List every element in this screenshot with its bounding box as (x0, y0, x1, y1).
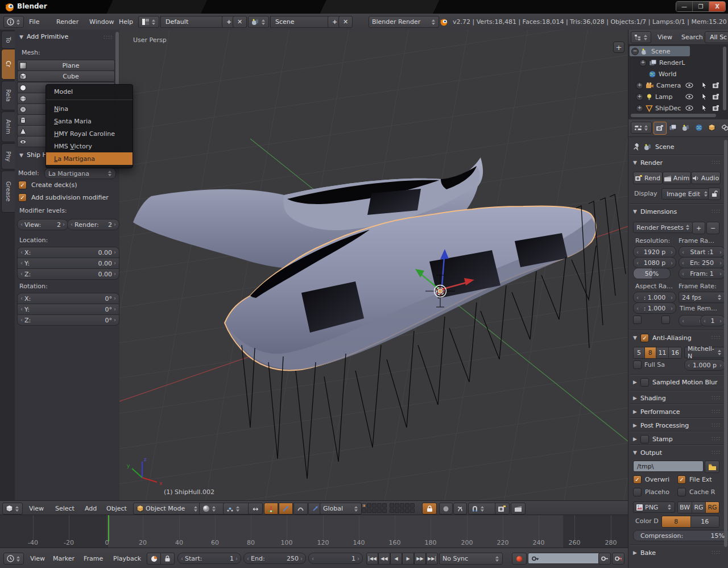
editor-type-info-button[interactable] (3, 16, 24, 28)
rgba-button[interactable]: RG (705, 502, 719, 513)
outliner-row-scene[interactable]: − Scene (628, 45, 728, 57)
menu-file[interactable]: File (25, 16, 43, 27)
add-preset-button[interactable]: + (692, 222, 705, 234)
visibility-eye-icon[interactable] (685, 93, 693, 100)
editor-type-outliner-button[interactable] (631, 31, 651, 43)
create-decks-checkbox[interactable]: ✓ (18, 181, 27, 189)
visibility-eye-icon[interactable] (685, 82, 693, 89)
current-frame-stepper[interactable]: ‹ 1 › (308, 553, 363, 564)
rotation-y-field[interactable]: ‹ Y: 0° › (17, 304, 119, 315)
rgb-button[interactable]: RG (692, 502, 705, 513)
tab-render-layers[interactable] (667, 122, 679, 134)
render-engine-selector[interactable]: Blender Render (369, 16, 439, 28)
current-frame-playhead[interactable] (108, 515, 109, 541)
panel-drag-dots-icon[interactable]: :::: (712, 395, 721, 400)
editor-type-properties-button[interactable] (631, 122, 652, 134)
viewport-shading-dropdown[interactable] (199, 503, 226, 515)
rotation-x-field[interactable]: ‹ X: 0° › (17, 293, 119, 304)
screen-layout-name-field[interactable]: Default (160, 16, 230, 28)
preview-range-button[interactable] (147, 553, 161, 565)
resolution-y-stepper[interactable]: ‹1080 p› (633, 257, 676, 268)
play-reverse-button[interactable]: ◀ (390, 553, 402, 565)
restore-button[interactable]: ❐ (692, 2, 709, 11)
outliner-hscrollbar[interactable] (631, 114, 716, 117)
pin-icon[interactable] (633, 143, 640, 151)
expand-icon[interactable]: + (636, 93, 643, 101)
placeholders-checkbox[interactable] (633, 488, 642, 496)
expand-icon[interactable]: + (639, 59, 647, 67)
renderability-camera-icon[interactable] (712, 93, 720, 100)
delete-keyframe-button[interactable] (612, 553, 624, 565)
expand-icon[interactable]: + (636, 105, 643, 112)
display-mode-dropdown[interactable]: Image Edit (661, 188, 712, 200)
panel-drag-dots-icon[interactable]: :::: (712, 334, 721, 340)
view3d-menu-select[interactable]: Select (51, 503, 78, 514)
outliner-row-world[interactable]: World (628, 68, 728, 80)
rotation-z-field[interactable]: ‹ Z: 0° › (17, 314, 119, 326)
renderability-camera-icon[interactable] (712, 105, 720, 111)
selectability-cursor-icon[interactable] (700, 93, 708, 99)
output-panel-header[interactable]: ▼ Output (633, 447, 724, 458)
transform-orientation-dropdown[interactable]: Global (320, 503, 362, 515)
render-audio-button[interactable]: Audio (691, 172, 721, 184)
manipulator-toggle-button[interactable]: ↔ (248, 503, 263, 515)
visibility-eye-icon[interactable] (685, 105, 693, 111)
pixel-filter-size-stepper[interactable]: ‹1.000 p› (684, 359, 725, 371)
panel-drag-dots-icon[interactable]: :::: (712, 422, 721, 428)
timeline-menu-frame[interactable]: Frame (80, 553, 107, 564)
stamp-checkbox[interactable] (640, 435, 649, 443)
render-level-stepper[interactable]: ‹ Render: 2 › (67, 219, 119, 230)
scene-name-field[interactable]: Scene (270, 16, 335, 28)
editor-type-timeline-button[interactable] (3, 553, 24, 565)
shelf-tab-animation[interactable]: Anim (1, 111, 15, 142)
menu-item-hms-victory[interactable]: HMS Victory (46, 140, 133, 152)
menu-help[interactable]: Help (115, 16, 137, 27)
outliner-vscrollbar[interactable] (723, 47, 726, 110)
timeline-menu-marker[interactable]: Marker (49, 553, 78, 564)
display-lock-button[interactable] (708, 188, 721, 200)
motion-blur-checkbox[interactable] (640, 378, 649, 387)
cache-result-checkbox[interactable] (677, 488, 686, 496)
menu-item-nina[interactable]: Nina (46, 102, 133, 115)
stamp-panel-header[interactable]: ▶ Stamp (633, 433, 724, 445)
add-plane-button[interactable]: Plane (17, 60, 115, 71)
tab-object[interactable] (706, 122, 718, 134)
expand-region-button[interactable]: + (613, 42, 624, 53)
post-processing-panel-header[interactable]: ▶ Post Processing (633, 420, 724, 431)
jump-to-end-button[interactable]: ▶▶| (426, 553, 438, 565)
next-keyframe-button[interactable]: ▶▶ (414, 553, 426, 565)
menu-render[interactable]: Render (52, 16, 82, 27)
location-z-field[interactable]: ‹ Z: 0.00 › (17, 268, 119, 280)
antialiasing-panel-header[interactable]: ▼ ✓ Anti-Aliasing (633, 332, 724, 343)
shelf-tab-grease[interactable]: Grease (1, 171, 15, 213)
sync-mode-dropdown[interactable]: No Sync (439, 553, 503, 565)
aa-samples-segmented[interactable]: 5 8 11 16 (633, 347, 682, 359)
add-subdivision-checkbox[interactable]: ✓ (18, 193, 27, 202)
resolution-x-stepper[interactable]: ‹1920 p› (633, 246, 676, 258)
crop-checkbox[interactable] (661, 316, 670, 324)
depth-16-button[interactable]: 16 (690, 516, 719, 527)
performance-panel-header[interactable]: ▶ Performance (633, 406, 724, 417)
menu-item-la-martigana[interactable]: La Martigana (46, 152, 133, 165)
render-panel-header[interactable]: ▼ Render (633, 157, 724, 168)
add-cube-button[interactable]: Cube (17, 71, 115, 82)
aa-5-button[interactable]: 5 (634, 347, 644, 358)
menu-item-santa-maria[interactable]: Santa Maria (46, 115, 133, 127)
frame-step-stepper[interactable]: ‹Fram: 1› (679, 268, 725, 279)
selectability-cursor-icon[interactable] (700, 81, 708, 88)
editor-type-3dview-button[interactable] (2, 503, 23, 515)
outliner-row-renderlayers[interactable]: + RenderL (628, 57, 728, 68)
resolution-percentage-slider[interactable]: 50% (633, 268, 671, 279)
aspect-y-stepper[interactable]: ‹: 1.000› (633, 302, 676, 314)
browse-folder-button[interactable] (705, 461, 719, 473)
jump-to-start-button[interactable]: |◀◀ (366, 553, 378, 565)
opengl-render-anim-button[interactable] (511, 503, 526, 515)
close-button[interactable]: X (709, 2, 725, 11)
translate-manipulator-button[interactable] (264, 503, 278, 515)
file-format-dropdown[interactable]: PNG (633, 501, 675, 513)
outliner-display-filter-dropdown[interactable]: All Sc (705, 31, 728, 43)
depth-8-button[interactable]: 8 (662, 516, 690, 527)
proportional-edit-button[interactable] (439, 503, 453, 515)
opengl-render-button[interactable] (495, 503, 510, 515)
panel-drag-dots-icon[interactable]: :::: (712, 408, 721, 414)
